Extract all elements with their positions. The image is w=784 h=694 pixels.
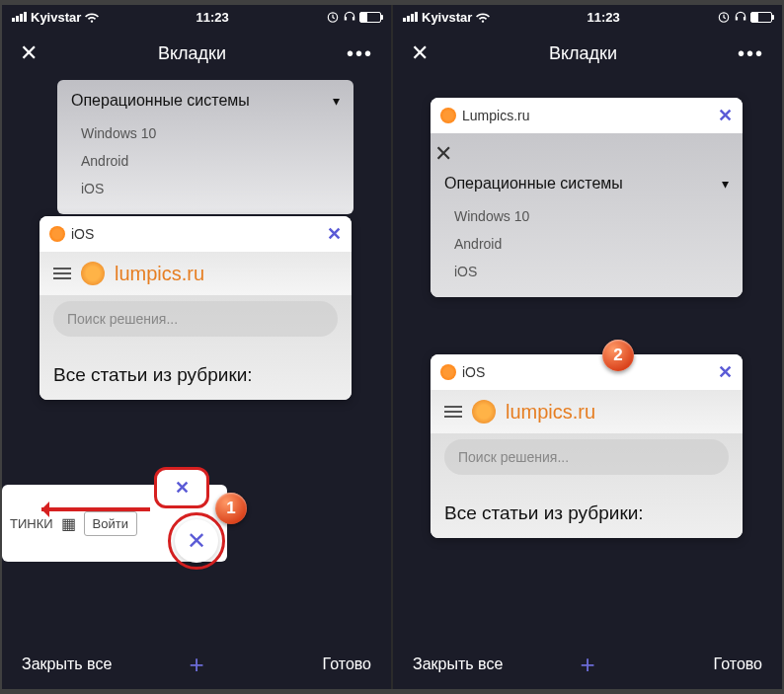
header-title: Вкладки <box>158 43 226 64</box>
headphones-icon <box>734 10 747 24</box>
article-heading: Все статьи из рубрики: <box>431 489 743 538</box>
search-input[interactable]: Поиск решения... <box>53 301 338 337</box>
header-close-button[interactable]: ✕ <box>411 40 429 66</box>
battery-icon <box>359 12 381 23</box>
header-title: Вкладки <box>549 43 617 64</box>
done-button[interactable]: Готово <box>595 655 762 673</box>
new-tab-button[interactable]: + <box>189 650 203 680</box>
hamburger-icon[interactable] <box>53 268 71 279</box>
headphones-icon <box>343 10 356 24</box>
search-input[interactable]: Поиск решения... <box>444 439 729 475</box>
time-label: 11:23 <box>588 10 620 25</box>
hamburger-icon[interactable] <box>444 406 462 418</box>
tab-close-button[interactable]: ✕ <box>718 105 733 126</box>
logo-icon <box>81 262 105 285</box>
signal-icon <box>12 12 27 22</box>
chevron-down-icon[interactable]: ▾ <box>722 176 729 192</box>
site-header: lumpics.ru <box>39 252 352 295</box>
tab-header: Lumpics.ru ✕ <box>431 98 743 133</box>
time-label: 11:23 <box>196 10 229 25</box>
carrier-label: Kyivstar <box>422 10 472 25</box>
logo-text[interactable]: lumpics.ru <box>506 401 595 424</box>
alarm-icon <box>717 10 731 24</box>
menu-item[interactable]: Android <box>444 230 729 258</box>
tab-title: iOS <box>462 364 485 380</box>
callout-badge-1: 1 <box>215 493 247 524</box>
tab-header: iOS ✕ <box>431 354 743 390</box>
tab-card-ios[interactable]: iOS ✕ lumpics.ru Поиск решения... Все ст… <box>39 216 352 400</box>
menu-item[interactable]: iOS <box>444 258 729 285</box>
tab-header: iOS ✕ <box>39 216 352 252</box>
tabs-area: Операционные системы ▾ Windows 10 Androi… <box>2 78 391 639</box>
tab-title: Lumpics.ru <box>462 108 529 123</box>
tabs-header: ✕ Вкладки ••• <box>2 29 391 78</box>
favicon-icon <box>49 226 65 242</box>
status-bar: Kyivstar 11:23 <box>2 5 391 29</box>
swipe-arrow <box>41 507 150 511</box>
favicon-icon <box>440 108 456 123</box>
alarm-icon <box>326 10 340 24</box>
menu-heading[interactable]: Операционные системы ▾ <box>444 175 729 193</box>
close-tabs-button[interactable]: ✕ <box>175 519 218 563</box>
signal-icon <box>403 12 418 22</box>
carrier-label: Kyivstar <box>31 10 81 25</box>
tab-close-button[interactable]: ✕ <box>718 361 733 383</box>
wifi-icon <box>476 10 490 24</box>
close-icon: ✕ <box>187 527 206 555</box>
close-all-button[interactable]: Закрыть все <box>22 655 189 673</box>
new-tab-button[interactable]: + <box>580 650 594 680</box>
menu-panel-card[interactable]: Операционные системы ▾ Windows 10 Androi… <box>57 80 353 214</box>
footer-bar: Закрыть все + Готово <box>2 640 391 689</box>
header-close-button[interactable]: ✕ <box>20 40 38 66</box>
battery-icon <box>750 12 772 23</box>
tab-card-ios[interactable]: iOS ✕ lumpics.ru Поиск решения... Все ст… <box>431 354 743 538</box>
favicon-icon <box>440 364 456 380</box>
callout-box-small-x: ✕ <box>154 467 209 508</box>
tabs-header: ✕ Вкладки ••• <box>393 29 782 78</box>
fragment-text: ТИНКИ <box>10 516 53 531</box>
menu-item[interactable]: Windows 10 <box>71 119 340 147</box>
menu-item[interactable]: Windows 10 <box>444 202 729 230</box>
tab-card-lumpics[interactable]: Lumpics.ru ✕ ✕ Операционные системы ▾ Wi… <box>431 98 743 297</box>
close-icon[interactable]: ✕ <box>431 133 743 175</box>
tab-title: iOS <box>71 226 94 242</box>
article-heading: Все статьи из рубрики: <box>39 350 352 400</box>
header-more-button[interactable]: ••• <box>347 42 373 65</box>
close-all-button[interactable]: Закрыть все <box>413 655 580 673</box>
header-more-button[interactable]: ••• <box>738 42 764 65</box>
status-bar: Kyivstar 11:23 <box>393 5 782 29</box>
close-icon[interactable]: ✕ <box>175 477 190 499</box>
wifi-icon <box>85 10 99 24</box>
menu-heading[interactable]: Операционные системы ▾ <box>71 92 340 110</box>
callout-badge-2: 2 <box>602 340 634 371</box>
site-header: lumpics.ru <box>431 390 743 433</box>
menu-item[interactable]: iOS <box>71 175 340 202</box>
phone-right: Kyivstar 11:23 ✕ Вкладки ••• Lumpics.r <box>393 5 782 689</box>
done-button[interactable]: Готово <box>204 655 371 673</box>
callout-circle-x: ✕ <box>168 512 225 570</box>
tab-close-button[interactable]: ✕ <box>327 223 342 245</box>
chevron-down-icon[interactable]: ▾ <box>333 93 340 109</box>
footer-bar: Закрыть все + Готово <box>393 640 782 689</box>
phone-left: Kyivstar 11:23 ✕ Вкладки ••• Операционны… <box>2 5 391 689</box>
tabs-area: Lumpics.ru ✕ ✕ Операционные системы ▾ Wi… <box>393 78 782 639</box>
menu-item[interactable]: Android <box>71 147 340 175</box>
logo-icon <box>472 400 496 424</box>
login-button[interactable]: Войти <box>84 511 137 536</box>
logo-text[interactable]: lumpics.ru <box>115 263 204 285</box>
